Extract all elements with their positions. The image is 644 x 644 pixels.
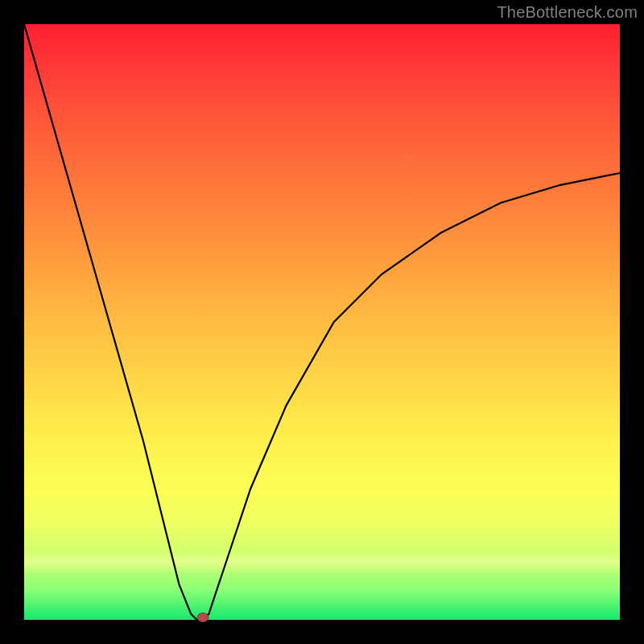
plot-area bbox=[24, 24, 620, 620]
optimal-point-marker bbox=[197, 613, 208, 622]
watermark-text: TheBottleneck.com bbox=[497, 3, 638, 22]
chart-frame: TheBottleneck.com bbox=[0, 0, 644, 644]
bottleneck-curve bbox=[24, 24, 620, 620]
